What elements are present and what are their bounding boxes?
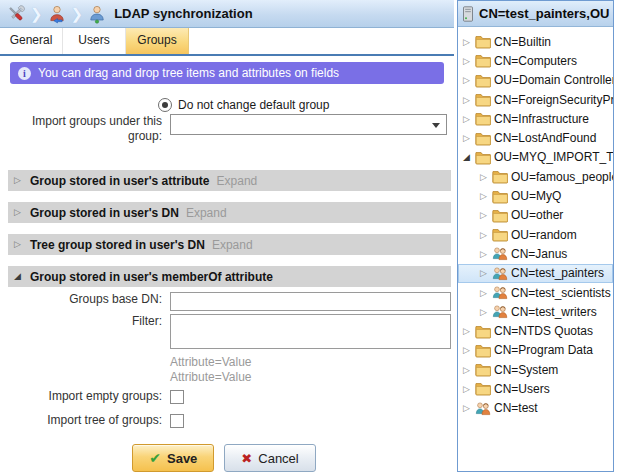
ldap-tree-panel: CN=test_painters,OU ▷CN=Builtin▷CN=Compu… [457, 0, 614, 472]
section-group-attribute[interactable]: ▷ Group stored in user's attribute Expan… [8, 170, 451, 191]
chevron-down-icon[interactable] [432, 123, 440, 128]
expand-icon[interactable]: ▷ [478, 172, 489, 182]
folder-icon [475, 362, 491, 377]
collapse-icon[interactable]: ◢ [14, 272, 23, 281]
default-group-radio-row: Do not change default group [158, 97, 454, 112]
folder-icon [475, 150, 491, 165]
tree-item[interactable]: ▷CN=Janus [458, 244, 613, 263]
tree-item[interactable]: ◢OU=MYQ_IMPORT_TEST [458, 148, 613, 167]
tree-item-label: CN=Users [494, 382, 550, 396]
expand-icon[interactable]: ▷ [478, 288, 489, 298]
save-button[interactable]: ✔ Save [132, 444, 214, 472]
expand-icon[interactable]: ▷ [478, 268, 489, 278]
folder-icon [492, 189, 508, 204]
tree-item-label: CN=LostAndFound [494, 131, 596, 145]
folder-icon [475, 73, 491, 88]
tree-item[interactable]: ▷OU=random [458, 225, 613, 244]
folder-icon [492, 227, 508, 242]
save-button-label: Save [167, 451, 197, 466]
default-group-radio[interactable] [158, 98, 172, 112]
expand-icon[interactable]: ▷ [461, 403, 472, 413]
section-title: Group stored in user's DN [30, 206, 179, 220]
tree-item[interactable]: ▷OU=Domain Controllers [458, 71, 613, 90]
group-icon [475, 401, 491, 416]
expand-icon[interactable]: ▷ [14, 176, 23, 185]
tree-item[interactable]: ▷CN=test_scientists [458, 283, 613, 302]
tree-item[interactable]: ▷OU=famous_people [458, 167, 613, 186]
section-expand-link[interactable]: Expand [217, 174, 258, 188]
filter-input[interactable] [170, 314, 451, 349]
tree-item[interactable]: ▷CN=Builtin [458, 32, 613, 51]
tools-icon[interactable] [5, 3, 27, 25]
tree-item[interactable]: ▷CN=Program Data [458, 341, 613, 360]
tree-item[interactable]: ▷CN=Infrastructure [458, 109, 613, 128]
import-groups-combobox[interactable] [170, 114, 447, 135]
expand-icon[interactable]: ▷ [14, 240, 23, 249]
expand-icon[interactable]: ▷ [461, 133, 472, 143]
tree-item[interactable]: ▷OU=MyQ [458, 186, 613, 205]
folder-icon [492, 169, 508, 184]
expand-icon[interactable]: ▷ [461, 365, 472, 375]
expand-icon[interactable]: ▷ [461, 95, 472, 105]
expand-icon[interactable]: ▷ [461, 384, 472, 394]
expand-icon[interactable]: ▷ [478, 191, 489, 201]
tree-item[interactable]: ▷CN=Users [458, 379, 613, 398]
expand-icon[interactable]: ▷ [461, 75, 472, 85]
tree-item-label: CN=test [494, 401, 538, 415]
user-sync-icon[interactable] [46, 3, 68, 25]
tab-general[interactable]: General [0, 28, 63, 54]
tree-item[interactable]: ▷CN=LostAndFound [458, 128, 613, 147]
tree-item[interactable]: ▷CN=test_painters [458, 264, 613, 283]
section-group-dn[interactable]: ▷ Group stored in user's DN Expand [8, 202, 451, 223]
import-tree-groups-label: Import tree of groups: [8, 413, 170, 428]
expand-icon[interactable]: ▷ [461, 56, 472, 66]
tree-item-label: OU=random [511, 228, 577, 242]
group-icon [492, 285, 508, 300]
section-title: Group stored in user's attribute [30, 174, 210, 188]
hint-line: Attribute=Value [170, 370, 454, 385]
info-banner: i You can drag and drop tree items and a… [10, 62, 444, 84]
collapse-icon[interactable]: ◢ [461, 152, 472, 162]
section-memberof[interactable]: ◢ Group stored in user's memberOf attrib… [8, 266, 451, 287]
import-tree-groups-row: Import tree of groups: [8, 413, 454, 428]
group-icon [492, 246, 508, 261]
expand-icon[interactable]: ▷ [478, 249, 489, 259]
tab-groups[interactable]: Groups [126, 28, 189, 54]
section-tree-group-dn[interactable]: ▷ Tree group stored in user's DN Expand [8, 234, 451, 255]
group-icon [492, 304, 508, 319]
tree-item[interactable]: ▷CN=Computers [458, 51, 613, 70]
tree-item-label: CN=Infrastructure [494, 112, 589, 126]
tree-item-label: CN=Janus [511, 247, 567, 261]
expand-icon[interactable]: ▷ [478, 210, 489, 220]
tree-item[interactable]: ▷OU=other [458, 206, 613, 225]
tree-item-label: OU=Domain Controllers [494, 73, 613, 87]
folder-icon [475, 111, 491, 126]
expand-icon[interactable]: ▷ [478, 307, 489, 317]
expand-icon[interactable]: ▷ [461, 345, 472, 355]
expand-icon[interactable]: ▷ [14, 208, 23, 217]
folder-icon [475, 324, 491, 339]
expand-icon[interactable]: ▷ [478, 230, 489, 240]
tree-item[interactable]: ▷CN=test_writers [458, 302, 613, 321]
tree-item[interactable]: ▷CN=NTDS Quotas [458, 321, 613, 340]
tree-item[interactable]: ▷CN=ForeignSecurityPrin [458, 90, 613, 109]
section-expand-link[interactable]: Expand [186, 206, 227, 220]
cancel-button[interactable]: ✖ Cancel [224, 444, 315, 472]
tree-item[interactable]: ▷CN=System [458, 360, 613, 379]
import-empty-groups-checkbox[interactable] [170, 390, 184, 404]
settings-panel: ❯ ❯ LDAP synchronization General Us [0, 0, 454, 472]
tree-item-label: CN=test_painters [511, 266, 604, 280]
groups-base-dn-input[interactable] [170, 292, 451, 311]
expand-icon[interactable]: ▷ [461, 326, 472, 336]
tree-item-label: CN=Computers [494, 54, 577, 68]
tree-item[interactable]: ▷CN=test [458, 399, 613, 418]
breadcrumb: ❯ ❯ LDAP synchronization [0, 0, 454, 28]
import-tree-groups-checkbox[interactable] [170, 414, 184, 428]
expand-icon[interactable]: ▷ [461, 37, 472, 47]
tree-item-label: CN=Builtin [494, 35, 551, 49]
expand-icon[interactable]: ▷ [461, 114, 472, 124]
info-banner-text: You can drag and drop tree items and att… [38, 66, 339, 80]
tree-panel-header: CN=test_painters,OU [458, 1, 613, 27]
tab-users[interactable]: Users [63, 28, 126, 54]
section-expand-link[interactable]: Expand [212, 238, 253, 252]
